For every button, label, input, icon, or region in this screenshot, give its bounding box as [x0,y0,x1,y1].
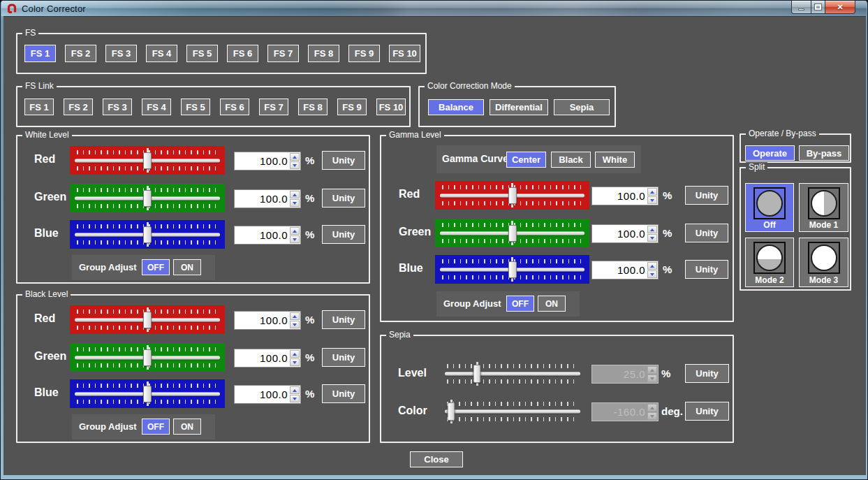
white-level-blue-slider[interactable] [70,220,225,249]
group-adjust-on-button[interactable]: ON [173,259,201,275]
black-level-red-slider[interactable] [70,305,225,334]
sepia-color-value-field[interactable]: -160.0 [591,402,659,421]
split-off-button[interactable]: Off [745,183,794,232]
spin-up-button[interactable] [647,262,657,270]
black-level-green-value-field[interactable]: 100.0 [234,349,301,368]
black-level-blue-value-field[interactable]: 100.0 [234,385,301,404]
slider-thumb[interactable] [473,365,481,383]
slider-thumb[interactable] [508,187,517,204]
gamma-green-value-field[interactable]: 100.0 [591,224,659,243]
fs-button-fs-6[interactable]: FS 6 [227,45,258,62]
split-mode-1-button[interactable]: Mode 1 [799,183,848,232]
black-level-green-unity-button[interactable]: Unity [322,348,365,367]
gamma-red-slider[interactable] [435,181,589,210]
fs-button-fs-10[interactable]: FS 10 [389,45,420,62]
slider-thumb[interactable] [143,190,152,207]
fs-button-fs-5[interactable]: FS 5 [186,45,218,62]
gamma-curve-black-button[interactable]: Black [551,152,591,168]
sepia-level-slider[interactable] [440,360,585,388]
slider-thumb[interactable] [448,402,455,421]
close-window-button[interactable]: ✕ [825,1,855,14]
fs-button-fs-9[interactable]: FS 9 [348,45,380,62]
spin-down-button[interactable] [647,196,657,204]
spin-down-button[interactable] [290,161,300,169]
mode-sepia-button[interactable]: Sepia [554,99,610,115]
fs-link-button-fs-7[interactable]: FS 7 [259,99,288,115]
spin-down-button[interactable] [647,234,657,242]
spin-up-button[interactable] [647,226,657,233]
split-mode-2-button[interactable]: Mode 2 [745,238,794,287]
fs-button-fs-1[interactable]: FS 1 [24,45,56,62]
spin-up-button[interactable] [647,188,657,196]
black-level-red-value-field[interactable]: 100.0 [234,311,301,330]
by-pass-button[interactable]: By-pass [799,145,849,161]
mode-differential-button[interactable]: Differential [490,99,548,115]
fs-link-button-fs-2[interactable]: FS 2 [64,99,93,115]
white-level-green-unity-button[interactable]: Unity [322,189,365,208]
spin-up-button[interactable] [290,350,300,358]
spin-down-button[interactable] [647,270,657,278]
slider-thumb[interactable] [143,349,152,366]
spin-up-button[interactable] [647,404,657,412]
black-level-blue-unity-button[interactable]: Unity [322,384,365,403]
slider-thumb[interactable] [143,386,152,402]
fs-button-fs-8[interactable]: FS 8 [308,45,339,62]
group-adjust-off-button[interactable]: OFF [142,419,170,435]
operate-button[interactable]: Operate [745,145,795,161]
black-level-red-unity-button[interactable]: Unity [322,310,365,329]
fs-button-fs-4[interactable]: FS 4 [146,45,177,62]
slider-thumb[interactable] [508,225,517,242]
fs-link-button-fs-3[interactable]: FS 3 [103,99,132,115]
spin-down-button[interactable] [647,374,657,382]
sepia-color-slider[interactable] [440,398,585,426]
split-mode-3-button[interactable]: Mode 3 [799,238,848,287]
gamma-green-unity-button[interactable]: Unity [685,224,728,242]
spin-down-button[interactable] [290,358,300,366]
fs-link-button-fs-10[interactable]: FS 10 [376,99,406,115]
sepia-level-value-field[interactable]: 25.0 [591,365,659,384]
white-level-blue-unity-button[interactable]: Unity [322,225,365,244]
titlebar[interactable]: Color Corrector ✕ [1,1,867,16]
gamma-blue-value-field[interactable]: 100.0 [591,261,659,279]
fs-link-button-fs-5[interactable]: FS 5 [181,99,210,115]
slider-thumb[interactable] [143,152,152,169]
group-adjust-off-button[interactable]: OFF [506,296,534,312]
group-adjust-off-button[interactable]: OFF [142,259,170,275]
maximize-button[interactable] [811,1,825,14]
spin-up-button[interactable] [290,227,300,235]
fs-link-button-fs-8[interactable]: FS 8 [298,99,328,115]
gamma-curve-white-button[interactable]: White [595,152,635,168]
gamma-red-unity-button[interactable]: Unity [685,186,728,205]
gamma-curve-center-button[interactable]: Center [506,152,546,168]
minimize-button[interactable] [791,1,811,14]
group-adjust-on-button[interactable]: ON [173,419,201,435]
fs-link-button-fs-6[interactable]: FS 6 [220,99,249,115]
close-button[interactable]: Close [410,451,463,467]
spin-down-button[interactable] [290,321,300,328]
sepia-color-unity-button[interactable]: Unity [685,402,729,421]
spin-down-button[interactable] [290,235,300,243]
white-level-red-value-field[interactable]: 100.0 [234,152,301,170]
mode-balance-button[interactable]: Balance [428,99,484,115]
sepia-level-unity-button[interactable]: Unity [685,364,729,383]
spin-up-button[interactable] [290,312,300,320]
fs-button-fs-3[interactable]: FS 3 [105,45,137,62]
black-level-green-slider[interactable] [70,343,225,372]
white-level-red-unity-button[interactable]: Unity [322,151,365,170]
spin-down-button[interactable] [647,412,657,420]
black-level-blue-slider[interactable] [70,379,225,408]
spin-up-button[interactable] [647,366,657,374]
fs-button-fs-2[interactable]: FS 2 [65,45,96,62]
fs-link-button-fs-1[interactable]: FS 1 [24,99,54,115]
spin-down-button[interactable] [290,199,300,207]
gamma-blue-slider[interactable] [435,255,589,284]
group-adjust-on-button[interactable]: ON [538,296,566,312]
gamma-red-value-field[interactable]: 100.0 [591,187,659,205]
slider-thumb[interactable] [143,226,152,243]
fs-button-fs-7[interactable]: FS 7 [267,45,299,62]
white-level-blue-value-field[interactable]: 100.0 [234,226,301,245]
spin-down-button[interactable] [290,395,300,402]
gamma-green-slider[interactable] [435,219,589,247]
spin-up-button[interactable] [290,386,300,394]
white-level-green-value-field[interactable]: 100.0 [234,189,301,208]
